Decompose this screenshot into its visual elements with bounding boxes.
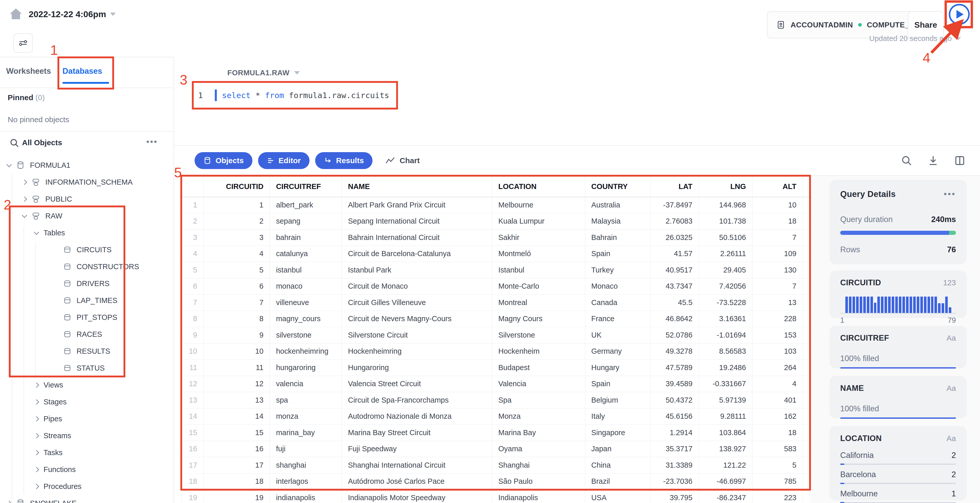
table-row[interactable]: 1515marina_bayMarina Bay Street CircuitM… <box>181 425 810 441</box>
location-value-row[interactable]: Barcelona2 <box>840 470 956 479</box>
tree-item-functions[interactable]: Functions <box>0 461 173 478</box>
chevron-right-icon[interactable] <box>34 450 39 455</box>
chevron-right-icon[interactable] <box>6 500 12 503</box>
column-header-lng[interactable]: LNG <box>698 177 752 197</box>
tree-item-constructors[interactable]: CONSTRUCTORS <box>0 258 173 275</box>
object-search[interactable]: All Objects ••• <box>0 136 173 153</box>
tree-item-streams[interactable]: Streams <box>0 427 173 444</box>
tree-item-status[interactable]: STATUS <box>0 360 173 376</box>
column-card-name[interactable]: NAME Aa 100% filled <box>829 376 967 419</box>
tree-item-procedures[interactable]: Procedures <box>0 478 173 495</box>
download-icon[interactable] <box>927 155 939 167</box>
tree-item-pit_stops[interactable]: PIT_STOPS <box>0 309 173 326</box>
tree-item-tasks[interactable]: Tasks <box>0 444 173 461</box>
tree-item-views[interactable]: Views <box>0 376 173 393</box>
more-menu-icon[interactable]: ••• <box>943 189 956 199</box>
column-header-circuitref[interactable]: CIRCUITREF <box>270 177 342 197</box>
table-row[interactable]: 99silverstoneSilverstone CircuitSilverst… <box>181 327 810 344</box>
chevron-right-icon[interactable] <box>34 399 39 404</box>
table-row[interactable]: 1818interlagosAutódromo José Carlos Pace… <box>181 473 810 490</box>
tab-chart[interactable]: Chart <box>385 156 420 165</box>
tree-item-circuits[interactable]: CIRCUITS <box>0 241 173 258</box>
tree-item-public[interactable]: PUBLIC <box>0 191 173 207</box>
column-header-location[interactable]: LOCATION <box>492 177 585 197</box>
table-row[interactable]: 44catalunyaCircuit de Barcelona-Cataluny… <box>181 246 810 262</box>
table-cell: 6 <box>181 278 204 294</box>
tree-item-stages[interactable]: Stages <box>0 393 173 410</box>
chevron-down-icon[interactable] <box>34 229 39 235</box>
tab-objects[interactable]: Objects <box>194 152 253 169</box>
tree-item-races[interactable]: RACES <box>0 326 173 343</box>
column-card-circuitid[interactable]: CIRCUITID 123 1 79 <box>829 271 967 318</box>
column-header-country[interactable]: COUNTRY <box>585 177 650 197</box>
table-cell: Circuit de Spa-Francorchamps <box>342 392 492 409</box>
updated-status[interactable]: Updated 20 seconds ago <box>869 34 961 43</box>
tab-editor[interactable]: Editor <box>258 152 310 169</box>
chevron-right-icon[interactable] <box>34 382 39 387</box>
table-row[interactable]: 55istanbulIstanbul ParkIstanbulTurkey40.… <box>181 262 810 279</box>
editor-context-selector[interactable]: FORMULA1.RAW <box>228 68 300 77</box>
chevron-right-icon[interactable] <box>34 466 39 472</box>
table-row[interactable]: 22sepangSepang International CircuitKual… <box>181 213 810 229</box>
chevron-down-icon[interactable] <box>22 213 27 218</box>
table-cell: 103 <box>752 343 803 360</box>
table-cell <box>803 213 810 229</box>
tree-item-tables[interactable]: Tables <box>0 224 173 241</box>
column-header-name[interactable]: NAME <box>342 177 492 197</box>
histogram-bar <box>902 296 905 313</box>
location-value-row[interactable]: California2 <box>840 451 956 460</box>
tree-item-results[interactable]: RESULTS <box>0 343 173 360</box>
table-row[interactable]: 11albert_parkAlbert Park Grand Prix Circ… <box>181 197 810 213</box>
table-row[interactable]: 1919indianapolisIndianapolis Motor Speed… <box>181 490 810 503</box>
table-row[interactable]: 66monacoCircuit de MonacoMonte-CarloMona… <box>181 278 810 294</box>
chevron-down-icon[interactable] <box>6 162 12 167</box>
chevron-right-icon[interactable] <box>34 484 39 489</box>
tree-item-label: Procedures <box>43 482 81 491</box>
chevron-right-icon[interactable] <box>22 179 27 185</box>
tree-item-raw[interactable]: RAW <box>0 207 173 224</box>
schema-icon <box>32 195 40 203</box>
table-cell: Belgium <box>585 392 650 409</box>
table-row[interactable]: 1616fujiFuji SpeedwayOyamaJapan35.371713… <box>181 441 810 457</box>
tree-item-formula1[interactable]: FORMULA1 <box>0 157 173 174</box>
split-columns-icon[interactable] <box>954 155 966 167</box>
tree-item-drivers[interactable]: DRIVERS <box>0 275 173 292</box>
table-cell: -1.01694 <box>698 327 752 344</box>
tab-databases[interactable]: Databases <box>62 67 102 76</box>
chevron-right-icon[interactable] <box>34 416 39 421</box>
sql-editor[interactable]: 1 select * from formula1.raw.circuits <box>193 82 398 108</box>
home-icon[interactable] <box>9 7 23 21</box>
more-menu-icon[interactable]: ••• <box>146 137 158 147</box>
run-query-button[interactable] <box>949 4 970 25</box>
column-header-alt[interactable]: ALT <box>752 177 803 197</box>
table-row[interactable]: 1010hockenheimringHockenheimringHockenhe… <box>181 343 810 360</box>
table-icon <box>63 330 72 338</box>
table-row[interactable]: 88magny_coursCircuit de Nevers Magny-Cou… <box>181 310 810 327</box>
filters-button[interactable] <box>13 33 33 53</box>
tree-item-information_schema[interactable]: INFORMATION_SCHEMA <box>0 174 173 191</box>
column-header-lat[interactable]: LAT <box>650 177 698 197</box>
tree-item-pipes[interactable]: Pipes <box>0 410 173 427</box>
sidebar: Worksheets Databases Pinned (0) No pinne… <box>0 57 174 503</box>
chevron-right-icon[interactable] <box>22 196 27 202</box>
table-row[interactable]: 1313spaCircuit de Spa-FrancorchampsSpaBe… <box>181 392 810 409</box>
table-cell <box>803 376 810 392</box>
tree-item-snowflake[interactable]: SNOWFLAKE <box>0 495 173 503</box>
table-cell: China <box>585 457 650 474</box>
table-row[interactable]: 77villeneuveCircuit Gilles VilleneuveMon… <box>181 294 810 311</box>
tree-item-lap_times[interactable]: LAP_TIMES <box>0 292 173 309</box>
table-row[interactable]: 1111hungaroringHungaroringBudapestHungar… <box>181 360 810 376</box>
search-icon[interactable] <box>900 155 912 167</box>
table-row[interactable]: 1717shanghaiShanghai International Circu… <box>181 457 810 474</box>
tab-worksheets[interactable]: Worksheets <box>6 67 51 76</box>
column-card-location[interactable]: LOCATION Aa California2Barcelona2Melbour… <box>829 426 967 500</box>
column-card-circuitref[interactable]: CIRCUITREF Aa 100% filled <box>829 326 967 368</box>
table-row[interactable]: 1212valenciaValencia Street CircuitValen… <box>181 376 810 392</box>
chevron-right-icon[interactable] <box>34 433 39 438</box>
table-row[interactable]: 1414monzaAutodromo Nazionale di MonzaMon… <box>181 408 810 425</box>
column-header-circuitid[interactable]: CIRCUITID <box>204 177 270 197</box>
tab-results[interactable]: Results <box>315 152 372 169</box>
table-row[interactable]: 33bahrainBahrain International CircuitSa… <box>181 229 810 246</box>
worksheet-title[interactable]: 2022-12-22 4:06pm <box>29 9 116 19</box>
location-value-row[interactable]: Melbourne1 <box>840 489 956 498</box>
